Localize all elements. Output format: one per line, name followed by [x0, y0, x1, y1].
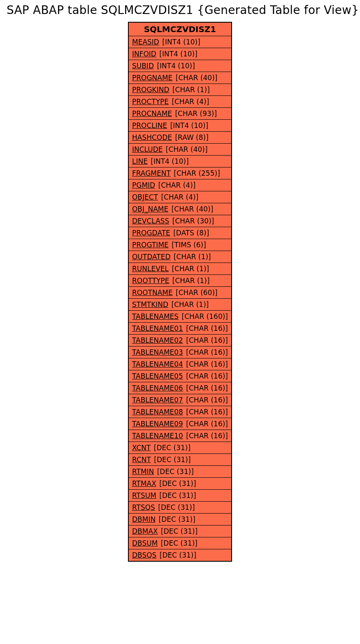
field-name[interactable]: PROGKIND — [132, 86, 170, 94]
table-row: TABLENAME03 [CHAR (16)] — [128, 346, 232, 358]
field-name[interactable]: DBMIN — [132, 515, 156, 523]
field-name[interactable]: TABLENAME04 — [132, 360, 183, 368]
field-name[interactable]: MEASID — [132, 38, 159, 46]
field-cell: XCNT [DEC (31)] — [128, 442, 232, 454]
field-name[interactable]: DBMAX — [132, 527, 158, 535]
field-cell: RTMIN [DEC (31)] — [128, 466, 232, 478]
field-name[interactable]: PGMID — [132, 181, 155, 189]
field-name[interactable]: PROCNAME — [132, 109, 172, 118]
field-cell: PROCTYPE [CHAR (4)] — [128, 96, 232, 108]
field-name[interactable]: RTSQS — [132, 503, 155, 511]
table-row: ROOTNAME [CHAR (60)] — [128, 287, 232, 299]
field-name[interactable]: TABLENAME07 — [132, 396, 183, 404]
field-name[interactable]: PROCTYPE — [132, 98, 169, 106]
field-cell: FRAGMENT [CHAR (255)] — [128, 167, 232, 179]
field-type: [CHAR (1)] — [170, 86, 210, 94]
field-cell: ROOTNAME [CHAR (60)] — [128, 287, 232, 299]
field-name[interactable]: TABLENAME10 — [132, 432, 183, 440]
field-cell: HASHCODE [RAW (8)] — [128, 132, 232, 144]
field-name[interactable]: FRAGMENT — [132, 169, 171, 177]
field-name[interactable]: PROGDATE — [132, 229, 170, 237]
field-name[interactable]: STMTKIND — [132, 300, 168, 309]
field-cell: TABLENAME01 [CHAR (16)] — [128, 323, 232, 335]
field-cell: ROOTTYPE [CHAR (1)] — [128, 275, 232, 287]
field-type: [INT4 (10)] — [156, 50, 197, 58]
field-type: [TIMS (6)] — [169, 241, 206, 249]
field-cell: RTSQS [DEC (31)] — [128, 502, 232, 514]
field-name[interactable]: TABLENAME05 — [132, 372, 183, 380]
field-name[interactable]: OBJ_NAME — [132, 205, 168, 213]
field-name[interactable]: SUBID — [132, 62, 154, 70]
field-cell: TABLENAME05 [CHAR (16)] — [128, 370, 232, 382]
field-name[interactable]: RTSUM — [132, 491, 156, 500]
field-name[interactable]: TABLENAMES — [132, 312, 179, 321]
field-name[interactable]: DEVCLASS — [132, 217, 169, 225]
field-cell: TABLENAMES [CHAR (160)] — [128, 311, 232, 323]
field-type: [CHAR (16)] — [183, 324, 228, 332]
field-type: [CHAR (16)] — [183, 372, 228, 380]
table-row: RTSQS [DEC (31)] — [128, 502, 232, 514]
field-cell: LINE [INT4 (10)] — [128, 156, 232, 167]
field-cell: DBMAX [DEC (31)] — [128, 525, 232, 537]
table-row: PROCNAME [CHAR (93)] — [128, 108, 232, 120]
field-cell: INCLUDE [CHAR (40)] — [128, 144, 232, 156]
field-type: [DEC (31)] — [156, 479, 196, 488]
field-cell: TABLENAME06 [CHAR (16)] — [128, 382, 232, 394]
field-name[interactable]: INCLUDE — [132, 145, 163, 153]
field-name[interactable]: XCNT — [132, 444, 151, 452]
table-row: INCLUDE [CHAR (40)] — [128, 144, 232, 156]
field-name[interactable]: TABLENAME09 — [132, 420, 183, 428]
field-name[interactable]: RTMAX — [132, 479, 156, 488]
field-type: [CHAR (16)] — [183, 408, 228, 416]
field-cell: RCNT [DEC (31)] — [128, 454, 232, 466]
field-cell: RTSUM [DEC (31)] — [128, 490, 232, 502]
field-type: [CHAR (60)] — [173, 288, 218, 297]
field-type: [CHAR (16)] — [183, 396, 228, 404]
field-name[interactable]: TABLENAME03 — [132, 348, 183, 356]
table-row: TABLENAME06 [CHAR (16)] — [128, 382, 232, 394]
field-type: [CHAR (255)] — [171, 169, 220, 177]
field-name[interactable]: DBSUM — [132, 539, 158, 547]
field-type: [INT4 (10)] — [159, 38, 200, 46]
field-cell: TABLENAME07 [CHAR (16)] — [128, 394, 232, 406]
field-name[interactable]: RUNLEVEL — [132, 265, 169, 273]
field-name[interactable]: PROGTIME — [132, 241, 169, 249]
table-row: XCNT [DEC (31)] — [128, 442, 232, 454]
field-name[interactable]: TABLENAME08 — [132, 408, 183, 416]
field-cell: TABLENAME09 [CHAR (16)] — [128, 418, 232, 430]
field-type: [DEC (31)] — [156, 515, 195, 523]
field-type: [CHAR (40)] — [172, 74, 217, 82]
field-name[interactable]: DBSQS — [132, 551, 156, 559]
field-name[interactable]: ROOTNAME — [132, 288, 173, 297]
field-name[interactable]: PROGNAME — [132, 74, 172, 82]
table-row: HASHCODE [RAW (8)] — [128, 132, 232, 144]
field-name[interactable]: HASHCODE — [132, 133, 172, 142]
field-name[interactable]: PROCLINE — [132, 121, 167, 130]
field-cell: OBJ_NAME [CHAR (40)] — [128, 203, 232, 215]
field-name[interactable]: OBJECT — [132, 193, 158, 201]
field-cell: MEASID [INT4 (10)] — [128, 36, 232, 48]
field-name[interactable]: ROOTTYPE — [132, 277, 169, 285]
table-row: PROGKIND [CHAR (1)] — [128, 84, 232, 96]
table-row: ROOTTYPE [CHAR (1)] — [128, 275, 232, 287]
table-row: TABLENAMES [CHAR (160)] — [128, 311, 232, 323]
field-name[interactable]: INFOID — [132, 50, 156, 58]
table-row: PROGDATE [DATS (8)] — [128, 227, 232, 239]
field-name[interactable]: LINE — [132, 157, 148, 165]
table-row: TABLENAME09 [CHAR (16)] — [128, 418, 232, 430]
field-cell: PROGNAME [CHAR (40)] — [128, 72, 232, 84]
table-row: DBSQS [DEC (31)] — [128, 549, 232, 562]
field-name[interactable]: TABLENAME02 — [132, 336, 183, 344]
field-name[interactable]: OUTDATED — [132, 253, 171, 261]
field-type: [CHAR (1)] — [169, 277, 209, 285]
table-row: DBMIN [DEC (31)] — [128, 514, 232, 525]
field-type: [DEC (31)] — [151, 456, 191, 464]
field-type: [CHAR (16)] — [183, 384, 228, 392]
table-row: TABLENAME05 [CHAR (16)] — [128, 370, 232, 382]
field-name[interactable]: TABLENAME06 — [132, 384, 183, 392]
field-name[interactable]: RTMIN — [132, 467, 154, 476]
field-type: [DEC (31)] — [156, 551, 196, 559]
field-name[interactable]: TABLENAME01 — [132, 324, 183, 332]
field-cell: PROGDATE [DATS (8)] — [128, 227, 232, 239]
field-name[interactable]: RCNT — [132, 456, 151, 464]
